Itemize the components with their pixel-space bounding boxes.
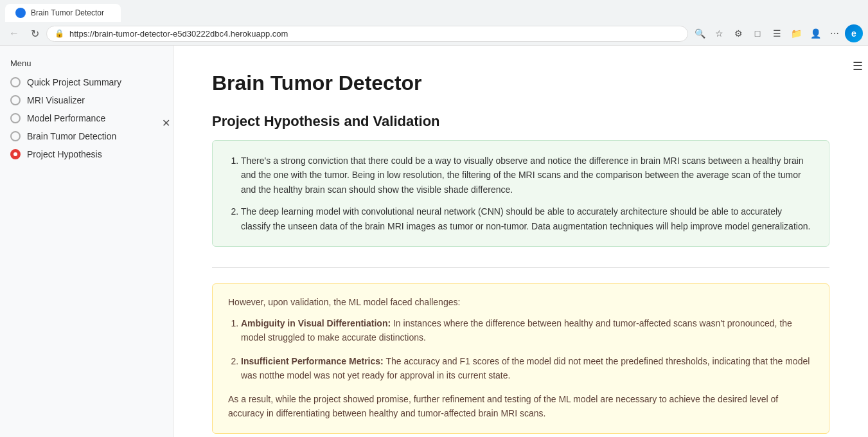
validation-item-1-bold: Ambiguity in Visual Differentiation: [241, 318, 391, 328]
validation-item-1: Ambiguity in Visual Differentiation: In … [241, 316, 813, 345]
validation-conclusion: As a result, while the project showed pr… [228, 392, 813, 421]
hypothesis-item-2: The deep learning model with convolution… [241, 204, 813, 233]
address-bar[interactable]: 🔒 https://brain-tumor-detector-e5d30222d… [46, 26, 688, 42]
sidebar-menu-label: Menu [0, 56, 173, 73]
page-title: Brain Tumor Detector [212, 71, 829, 95]
address-text: https://brain-tumor-detector-e5d30222dbc… [69, 29, 680, 39]
lock-icon: 🔒 [55, 29, 64, 38]
validation-intro: However, upon validation, the ML model f… [228, 297, 813, 307]
sidebar-label-project-hypothesis: Project Hypothesis [27, 149, 102, 159]
hamburger-menu-button[interactable]: ☰ [853, 59, 863, 73]
toolbar-right: 🔍 ☆ ⚙ □ ☰ 📁 👤 ⋯ e [691, 24, 863, 42]
browser-tabs: Brain Tumor Detector [0, 0, 868, 22]
browser-chrome: Brain Tumor Detector ← ↻ 🔒 https://brain… [0, 0, 868, 46]
zoom-button[interactable]: 🔍 [691, 24, 709, 42]
tab-title: Brain Tumor Detector [31, 8, 104, 17]
bookmark-button[interactable]: ☆ [710, 24, 728, 42]
browser-tab[interactable]: Brain Tumor Detector [5, 4, 121, 22]
radio-brain-tumor-detection [10, 131, 21, 141]
main-content: Brain Tumor Detector Project Hypothesis … [173, 46, 868, 437]
reload-button[interactable]: ↻ [26, 24, 44, 42]
sidebar-label-quick-project-summary: Quick Project Summary [27, 77, 121, 87]
profile-button[interactable]: 👤 [806, 24, 824, 42]
favorites-button[interactable]: ☰ [768, 24, 786, 42]
extensions-button[interactable]: ⚙ [729, 24, 747, 42]
section-divider [212, 267, 829, 268]
back-button[interactable]: ← [5, 24, 23, 42]
radio-project-hypothesis [10, 149, 21, 159]
sidebar: Menu ✕ Quick Project Summary MRI Visuali… [0, 46, 173, 437]
sidebar-item-mri-visualizer[interactable]: MRI Visualizer [0, 91, 173, 109]
validation-item-2-bold: Insufficient Performance Metrics: [241, 356, 384, 366]
tab-favicon [15, 8, 26, 18]
hypothesis-item-1: There's a strong conviction that there c… [241, 154, 813, 197]
hypothesis-box: There's a strong conviction that there c… [212, 140, 829, 247]
sidebar-label-brain-tumor-detection: Brain Tumor Detection [27, 131, 116, 141]
more-button[interactable]: ⋯ [826, 24, 844, 42]
radio-model-performance [10, 113, 21, 123]
sidebar-close-button[interactable]: ✕ [158, 115, 173, 130]
sidebar-item-quick-project-summary[interactable]: Quick Project Summary [0, 73, 173, 91]
sidebar-label-model-performance: Model Performance [27, 113, 105, 123]
radio-quick-project-summary [10, 77, 21, 87]
section-heading: Project Hypothesis and Validation [212, 113, 829, 130]
validation-item-2: Insufficient Performance Metrics: The ac… [241, 354, 813, 383]
sidebar-item-brain-tumor-detection[interactable]: Brain Tumor Detection [0, 127, 173, 145]
validation-box: However, upon validation, the ML model f… [212, 283, 829, 434]
app-container: Menu ✕ Quick Project Summary MRI Visuali… [0, 46, 868, 437]
collections-button[interactable]: 📁 [787, 24, 805, 42]
sidebar-item-model-performance[interactable]: Model Performance [0, 109, 173, 127]
edge-icon: e [845, 24, 863, 42]
sidebar-item-project-hypothesis[interactable]: Project Hypothesis [0, 145, 173, 163]
sidebar-label-mri-visualizer: MRI Visualizer [27, 95, 85, 105]
split-button[interactable]: □ [748, 24, 766, 42]
browser-toolbar: ← ↻ 🔒 https://brain-tumor-detector-e5d30… [0, 22, 868, 45]
radio-mri-visualizer [10, 95, 21, 105]
